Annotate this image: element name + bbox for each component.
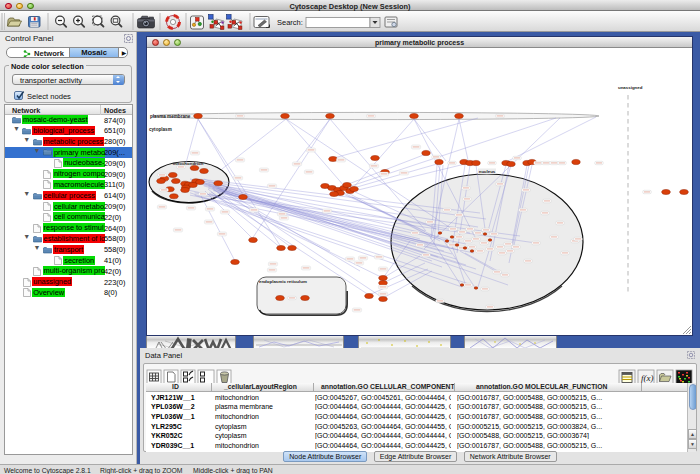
svg-text:endoplasmic reticulum: endoplasmic reticulum — [259, 279, 307, 284]
svg-text:plasma membrane: plasma membrane — [150, 114, 191, 119]
svg-text:unassigned: unassigned — [618, 85, 643, 90]
svg-text:f(x): f(x) — [641, 373, 654, 383]
svg-text:Search:: Search: — [277, 18, 303, 27]
svg-text:nucleus: nucleus — [479, 169, 496, 174]
svg-text:cytoplasm: cytoplasm — [149, 127, 172, 132]
svg-text:mitochondrion: mitochondrion — [173, 161, 204, 166]
